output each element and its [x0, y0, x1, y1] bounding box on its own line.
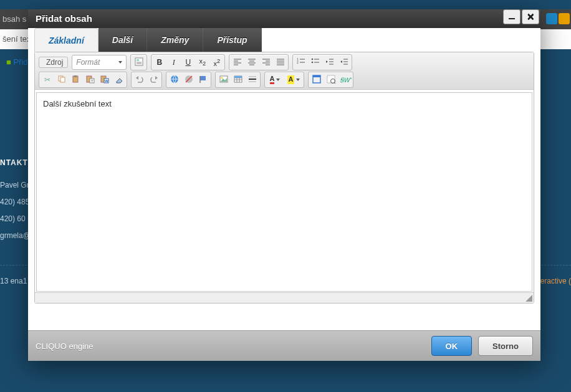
numbered-list-button[interactable]: 12: [294, 55, 308, 69]
underline-icon: U: [186, 58, 191, 67]
footer-buttons: OK Storno: [431, 336, 533, 356]
tab-zakladni[interactable]: Základní: [34, 28, 98, 52]
indent-icon: [339, 57, 349, 69]
undo-icon: [135, 74, 145, 86]
paste-button[interactable]: [69, 73, 83, 87]
hr-button[interactable]: [245, 73, 259, 87]
toolbar-group-clipboard: ✂ T W: [39, 72, 127, 88]
unlink-icon: [184, 74, 194, 86]
templates-button[interactable]: [132, 55, 146, 69]
svg-marker-51: [136, 76, 138, 80]
link-icon: [170, 74, 180, 86]
close-icon: ✕: [527, 12, 535, 22]
svg-rect-43: [74, 75, 77, 77]
editor-statusbar: [35, 292, 534, 303]
tab-label: Přístup: [217, 35, 247, 45]
copy-button[interactable]: [54, 73, 69, 87]
italic-button[interactable]: I: [166, 55, 181, 69]
paste-icon: [71, 74, 81, 86]
close-button[interactable]: ✕: [522, 9, 539, 24]
minimize-icon: [509, 18, 515, 19]
subscript-icon: x2: [199, 57, 206, 67]
tab-dalsi[interactable]: Další: [98, 28, 147, 52]
toolbar-group-font-style: B I U x2 x2: [151, 54, 225, 70]
align-left-icon: [233, 57, 242, 69]
bg-icon-orange[interactable]: [559, 13, 570, 24]
resize-grip[interactable]: [524, 294, 533, 302]
numbered-list-icon: 12: [296, 57, 306, 69]
tab-pristup[interactable]: Přístup: [203, 28, 261, 52]
svg-rect-56: [200, 76, 206, 80]
bg-color-button[interactable]: A: [284, 73, 303, 87]
bold-button[interactable]: B: [152, 55, 166, 69]
redo-button[interactable]: [146, 73, 161, 87]
editor-canvas[interactable]: Další zkušební text: [36, 92, 532, 292]
bg-contact-line: Pavel Gr: [0, 181, 29, 189]
italic-icon: I: [173, 58, 175, 67]
paste-text-icon: T: [85, 74, 95, 86]
bg-contact-line: 420) 485: [0, 198, 29, 206]
svg-marker-32: [326, 60, 328, 63]
toolbar-group-color: A A: [264, 72, 304, 88]
align-center-icon: [247, 57, 257, 69]
format-label: Formát: [76, 58, 100, 67]
bg-contact-line: grmela@: [0, 231, 31, 240]
anchor-button[interactable]: [196, 73, 210, 87]
modal-titlebar[interactable]: Přidat obsah ✕: [28, 9, 540, 28]
maximize-button[interactable]: [309, 73, 324, 87]
toolbar-group-links: [166, 72, 211, 88]
align-justify-button[interactable]: [273, 55, 287, 69]
paste-text-button[interactable]: T: [83, 73, 97, 87]
source-button[interactable]: Zdroj: [40, 58, 67, 67]
bullet-list-button[interactable]: [308, 55, 322, 69]
tab-label: Další: [112, 35, 133, 45]
anchor-icon: [198, 74, 208, 86]
svg-line-74: [334, 82, 335, 84]
ok-button[interactable]: OK: [431, 336, 473, 356]
ok-label: OK: [446, 342, 458, 351]
paste-word-button[interactable]: W: [97, 73, 112, 87]
indent-button[interactable]: [337, 55, 351, 69]
svg-rect-41: [60, 77, 65, 82]
align-center-button[interactable]: [244, 55, 259, 69]
unlink-button[interactable]: [181, 73, 196, 87]
align-left-button[interactable]: [230, 55, 244, 69]
toolbar-group-templates: [130, 54, 147, 70]
copy-icon: [57, 74, 67, 86]
text-color-button[interactable]: A: [266, 73, 284, 87]
table-button[interactable]: [231, 73, 245, 87]
bold-icon: B: [157, 58, 163, 67]
remove-format-button[interactable]: [112, 73, 126, 87]
bg-icon-blue[interactable]: [546, 13, 557, 24]
svg-point-29: [312, 61, 314, 63]
subscript-button[interactable]: x2: [195, 55, 209, 69]
svg-rect-71: [313, 75, 320, 77]
toolbar-group-insert: [215, 72, 261, 88]
modal-dialog: Přidat obsah ✕ Základní Další Změny Přís…: [28, 9, 540, 361]
cut-button[interactable]: ✂: [40, 73, 54, 87]
align-right-button[interactable]: [259, 55, 273, 69]
outdent-icon: [325, 57, 335, 69]
superscript-button[interactable]: x2: [209, 55, 224, 69]
underline-button[interactable]: U: [181, 55, 195, 69]
chevron-down-icon: [118, 61, 122, 64]
tab-zmeny[interactable]: Změny: [147, 28, 203, 52]
toolbar-row-1: Zdroj Formát B I U x2 x: [39, 54, 530, 71]
image-button[interactable]: [216, 73, 231, 87]
link-button[interactable]: [167, 73, 181, 87]
cancel-button[interactable]: Storno: [478, 336, 533, 356]
undo-button[interactable]: [132, 73, 146, 87]
spellcheck-button[interactable]: ꞨⱲ: [338, 73, 352, 87]
bullet-list-icon: [310, 57, 320, 69]
maximize-icon: [312, 74, 322, 86]
svg-marker-50: [117, 79, 122, 83]
minimize-button[interactable]: [503, 9, 521, 24]
svg-text:2: 2: [297, 60, 299, 64]
format-dropdown[interactable]: Formát: [72, 55, 127, 70]
show-blocks-button[interactable]: [324, 73, 338, 87]
modal-footer: CLIQUO engine OK Storno: [28, 330, 540, 361]
outdent-button[interactable]: [322, 55, 337, 69]
svg-marker-36: [340, 60, 342, 63]
text-color-icon: A: [270, 75, 281, 84]
bg-top-icons: [546, 13, 570, 24]
